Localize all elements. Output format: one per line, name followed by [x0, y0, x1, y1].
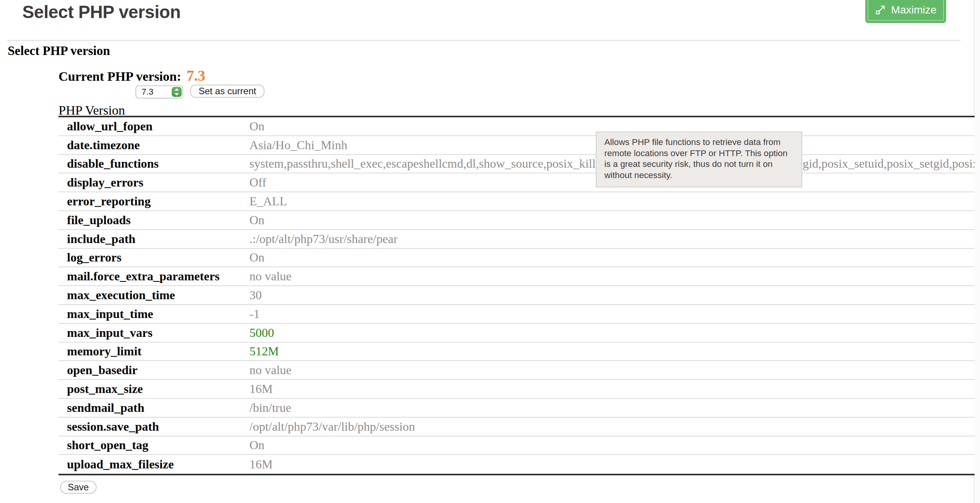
- vertical-scrollbar[interactable]: [974, 0, 980, 503]
- setting-value: 16M: [249, 457, 975, 471]
- setting-name: sendmail_path: [59, 401, 249, 415]
- current-php-version-value: 7.3: [187, 67, 206, 84]
- setting-name: allow_url_fopen: [59, 119, 249, 133]
- setting-name: file_uploads: [59, 213, 249, 227]
- current-php-version-line: Current PHP version:7.3: [59, 67, 205, 84]
- setting-name: max_input_vars: [59, 326, 249, 340]
- setting-value: no value: [249, 363, 975, 377]
- table-row: max_input_time -1: [59, 305, 975, 324]
- setting-name: include_path: [59, 232, 249, 246]
- maximize-button[interactable]: Maximize: [865, 0, 946, 23]
- php-settings-table: allow_url_fopen On date.timezone Asia/Ho…: [59, 116, 975, 475]
- setting-value: On: [249, 213, 975, 227]
- setting-name: disable_functions: [59, 157, 249, 171]
- php-version-select[interactable]: 7.3: [135, 85, 183, 98]
- setting-name: open_basedir: [59, 363, 249, 377]
- tooltip-line: remote locations over FTP or HTTP. This …: [604, 148, 794, 159]
- table-row: post_max_size 16M: [59, 380, 975, 399]
- setting-name: post_max_size: [59, 382, 249, 396]
- save-button[interactable]: Save: [60, 481, 97, 494]
- table-row: upload_max_filesize 16M: [59, 455, 975, 474]
- setting-name: short_open_tag: [59, 438, 249, 452]
- table-row: error_reporting E_ALL: [59, 192, 975, 211]
- table-row: log_errors On: [59, 249, 975, 268]
- table-row: allow_url_fopen On: [59, 117, 975, 136]
- setting-name: error_reporting: [59, 194, 249, 208]
- current-php-version-label: Current PHP version:: [59, 69, 181, 83]
- setting-name: upload_max_filesize: [59, 457, 249, 471]
- table-row: max_input_vars 5000: [59, 324, 975, 343]
- setting-name: max_input_time: [59, 307, 249, 321]
- setting-value: .:/opt/alt/php73/usr/share/pear: [249, 232, 975, 246]
- setting-name: memory_limit: [59, 344, 249, 358]
- tooltip-line: Allows PHP file functions to retrieve da…: [604, 137, 794, 148]
- table-row: file_uploads On: [59, 211, 975, 230]
- setting-value: /opt/alt/php73/var/lib/php/session: [249, 420, 975, 434]
- setting-name: max_execution_time: [59, 288, 249, 302]
- maximize-label: Maximize: [891, 4, 937, 16]
- setting-name: log_errors: [59, 250, 249, 265]
- table-row: short_open_tag On: [59, 436, 975, 455]
- table-row: include_path .:/opt/alt/php73/usr/share/…: [59, 230, 975, 249]
- php-version-select-value: 7.3: [136, 87, 172, 97]
- setting-name: display_errors: [59, 175, 249, 190]
- table-row: open_basedir no value: [59, 361, 975, 380]
- table-row: date.timezone Asia/Ho_Chi_Minh: [59, 136, 975, 155]
- setting-name: mail.force_extra_parameters: [59, 269, 249, 283]
- setting-name: date.timezone: [59, 138, 249, 152]
- maximize-expand-icon: [875, 5, 886, 15]
- setting-value: 30: [249, 288, 975, 302]
- table-row: display_errors Off: [59, 173, 975, 192]
- setting-name: session.save_path: [59, 420, 249, 434]
- setting-value: 16M: [249, 382, 975, 396]
- setting-value: no value: [249, 269, 975, 283]
- page-title: Select PHP version: [22, 2, 181, 22]
- select-php-version-page: Select PHP version Maximize Select PHP v…: [0, 0, 980, 503]
- header-divider: [7, 40, 961, 41]
- section-heading: Select PHP version: [8, 44, 110, 58]
- setting-value: On: [249, 250, 975, 265]
- table-row: mail.force_extra_parameters no value: [59, 267, 975, 286]
- select-stepper-icon: [172, 87, 182, 97]
- set-as-current-button[interactable]: Set as current: [190, 85, 264, 98]
- setting-value: /bin/true: [249, 401, 975, 415]
- table-row: disable_functions system,passthru,shell_…: [59, 155, 975, 174]
- tooltip-line: is a great security risk, thus do not tu…: [604, 159, 794, 170]
- table-row: max_execution_time 30: [59, 286, 975, 305]
- table-row: memory_limit 512M: [59, 343, 975, 361]
- setting-value: E_ALL: [249, 194, 975, 208]
- table-row: session.save_path /opt/alt/php73/var/lib…: [59, 418, 975, 436]
- tooltip-line: without necessity.: [604, 170, 794, 181]
- setting-value: On: [249, 438, 975, 452]
- table-row: sendmail_path /bin/true: [59, 399, 975, 418]
- setting-value: 5000: [249, 326, 975, 340]
- setting-value: 512M: [249, 344, 975, 358]
- setting-value: -1: [249, 307, 975, 321]
- allow-url-fopen-tooltip: Allows PHP file functions to retrieve da…: [596, 132, 802, 187]
